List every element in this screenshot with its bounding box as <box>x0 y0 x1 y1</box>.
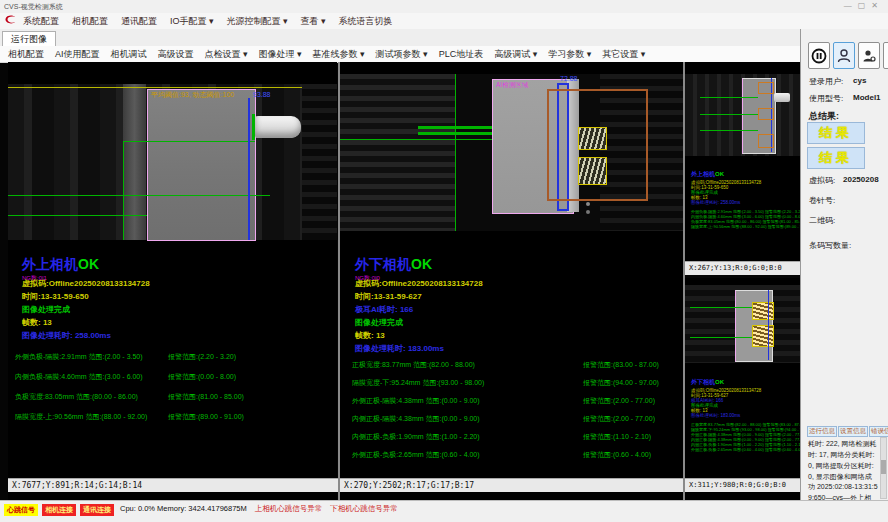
menu-bar: 系统配置 相机配置 通讯配置 IO手配置 ▾ 光源控制配置 ▾ 查看 ▾ 系统语… <box>0 13 888 30</box>
tool-camera-debug[interactable]: 相机调试 <box>111 48 147 61</box>
machine-dot <box>586 210 590 214</box>
menu-camera-config[interactable]: 相机配置 <box>72 15 108 28</box>
tool-baseline-params[interactable]: 基准线参数 ▾ <box>313 48 365 61</box>
model-label: 使用型号: <box>809 93 843 104</box>
green-measure-vline <box>123 141 124 240</box>
heartbeat-badge: 心跳信号 <box>4 504 38 516</box>
mini-tab-box <box>758 108 774 120</box>
mini-upper-pixel-status: X:267;Y:13;R:0;G:0;B:0 <box>685 261 804 275</box>
blue-edge-value: 72.88 <box>560 75 578 82</box>
mini-lower-result: OK <box>715 379 724 385</box>
viewport-upper-camera[interactable]: 平均阈值:93, 动态阈值:100 93.88 外上相机OK NG数:0|1 虚… <box>8 62 337 500</box>
log-scrollbar[interactable] <box>880 437 887 499</box>
user-manage-button[interactable] <box>858 42 880 69</box>
tool-ai-use-config[interactable]: AI使用配置 <box>55 48 100 61</box>
tool-camera-config[interactable]: 相机配置 <box>8 48 44 61</box>
tab-run-image[interactable]: 运行图像 <box>2 31 56 47</box>
menu-io-config[interactable]: IO手配置 ▾ <box>170 15 214 28</box>
minimize-icon[interactable]: — <box>844 1 858 10</box>
tab-strip: 运行图像 <box>0 29 800 47</box>
mini-green-line <box>690 307 752 308</box>
viewport-lower-camera[interactable]: AI检测区域 72.88 外下相机OK NG数:0|0 虚拟码:Offline2… <box>340 62 683 500</box>
close-icon[interactable]: ✕ <box>871 1 884 10</box>
measure-row: 外侧负极-隔膜:2.91mm 范围:(2.00 - 3.50) <box>15 352 143 362</box>
right-sidebar: 登录用户: cys 使用型号: Model1 总结果: 结果 结果 虚拟码: 2… <box>800 29 888 500</box>
user-login-button[interactable] <box>833 42 855 69</box>
lower-pixel-status: X:270;Y:2502;R:17;G:17;B:17 <box>340 478 687 492</box>
measure-row: 负极宽度:83.05mm 范围:(80.00 - 86.00) <box>15 392 138 402</box>
cpu-memory-text: Cpu: 0.0% Memory: 3424.41796875M <box>120 504 247 513</box>
alarm-range: 报警范围:(2.20 - 3.20) <box>168 352 236 362</box>
green-measure-line <box>123 141 255 142</box>
login-user-value: cys <box>853 76 866 85</box>
electrode-sheet-roi <box>147 89 256 241</box>
machine-dot <box>586 202 590 206</box>
machine-ribs-left <box>340 74 455 231</box>
alarm-range: 报警范围:(0.00 - 8.00) <box>168 372 236 382</box>
log-scrollbar-thumb[interactable] <box>881 460 886 474</box>
tool-spot-check[interactable]: 点检设置 ▾ <box>205 48 248 61</box>
menu-view[interactable]: 查看 ▾ <box>301 15 326 28</box>
alarm-range: 报警范围:(2.00 - 77.00) <box>583 414 655 424</box>
tab-setting-info[interactable]: 设置信息 <box>838 426 868 437</box>
mini-panel-lower[interactable]: 外下相机OK 虚拟码:Offline20250208133134728 时间:1… <box>685 278 800 500</box>
upper-camera-warning: 上相机心跳信号异常 <box>255 504 323 514</box>
alarm-range: 报警范围:(0.60 - 4.00) <box>583 450 651 460</box>
maximize-icon[interactable]: ▢ <box>858 1 872 10</box>
mini-tab-box <box>758 82 774 94</box>
tab-error-info[interactable]: 错误信息 <box>869 426 888 437</box>
tool-advanced-debug[interactable]: 高级调试 ▾ <box>494 48 537 61</box>
qr-code-label: 二维码: <box>809 215 835 226</box>
lower-elapsed-time: 图像处理耗时: 183.00ms <box>355 343 444 354</box>
machine-band <box>123 84 146 240</box>
menu-system-config[interactable]: 系统配置 <box>23 15 59 28</box>
mini-connector-tab <box>774 93 790 102</box>
alarm-range: 报警范围:(81.00 - 85.00) <box>168 392 244 402</box>
upper-camera-image[interactable]: 平均阈值:93, 动态阈值:100 93.88 <box>8 84 337 240</box>
measure-row: 内侧负极-隔膜:4.60mm 范围:(3.00 - 6.00) <box>15 372 143 382</box>
tool-image-processing[interactable]: 图像处理 ▾ <box>259 48 302 61</box>
bottom-status-bar: 心跳信号 相机连接 通讯连接 Cpu: 0.0% Memory: 3424.41… <box>0 500 888 522</box>
threshold-annotation: 平均阈值:93, 动态阈值:100 <box>151 90 234 100</box>
alarm-range: 报警范围:(89.00 - 91.00) <box>168 412 244 422</box>
lower-done-text: 图像处理完成 <box>355 317 403 328</box>
tab-detect-box <box>578 127 607 150</box>
tool-test-params[interactable]: 测试项参数 ▾ <box>376 48 428 61</box>
mini-measure-row: 外侧正极-负极:2.65mm 范围:(0.60 - 4.00) <box>691 447 764 452</box>
menu-language-switch[interactable]: 系统语言切换 <box>339 15 393 28</box>
title-bar: CVS-视觉检测系统 —▢✕ <box>0 0 888 14</box>
info-tabs: 运行信息 设置信息 错误信息 <box>807 426 888 437</box>
alarm-range: 报警范围:(1.10 - 2.10) <box>583 432 651 442</box>
yellow-guide-hline <box>8 87 322 88</box>
mini-tab-box <box>758 134 774 148</box>
user-icon <box>837 48 851 64</box>
tool-other-settings[interactable]: 其它设置 ▾ <box>602 48 645 61</box>
green-guide-vline <box>455 74 456 231</box>
lower-camera-image[interactable]: AI检测区域 72.88 <box>340 74 683 231</box>
upper-time: 时间:13-31-59-650 <box>22 291 89 302</box>
mini-upper-image[interactable] <box>685 74 800 156</box>
mini-lower-pixel-status: X:311;Y:980;R:0;G:0;B:0 <box>685 478 804 492</box>
green-measure-line <box>8 215 147 216</box>
green-thick-line <box>418 132 492 135</box>
mini-lower-image[interactable] <box>685 285 800 363</box>
tool-learning-params[interactable]: 学习参数 ▾ <box>548 48 591 61</box>
pause-button[interactable] <box>808 42 830 69</box>
needle-number-label: 卷针号: <box>809 195 835 206</box>
login-user-label: 登录用户: <box>809 76 843 87</box>
menu-light-config[interactable]: 光源控制配置 ▾ <box>227 15 288 28</box>
tool-plc-address[interactable]: PLC地址表 <box>439 48 484 61</box>
menu-comm-config[interactable]: 通讯配置 <box>121 15 157 28</box>
mini-upper-result: OK <box>715 171 724 177</box>
lower-virtual-code: 虚拟码:Offline20250208133134728 <box>355 278 483 289</box>
mini-panel-upper[interactable]: 外上相机OK 虚拟码:Offline20250208133134728 时间:1… <box>685 62 800 274</box>
tab-run-info[interactable]: 运行信息 <box>807 426 837 437</box>
mini-measure-row: 隔膜宽度-上:90.56mm 范围:(88.00 - 92.00) <box>691 224 767 229</box>
alarm-range: 报警范围:(94.00 - 97.00) <box>583 378 659 388</box>
upper-done-text: 图像处理完成 <box>22 304 70 315</box>
camera-connect-badge: 相机连接 <box>42 504 76 516</box>
exit-button[interactable] <box>883 42 888 69</box>
measure-row: 外侧正极-隔膜:4.38mm 范围:(0.00 - 9.00) <box>352 396 480 406</box>
alarm-range: 报警范围:(83.00 - 87.00) <box>583 360 659 370</box>
tool-advanced-settings[interactable]: 高级设置 <box>158 48 194 61</box>
